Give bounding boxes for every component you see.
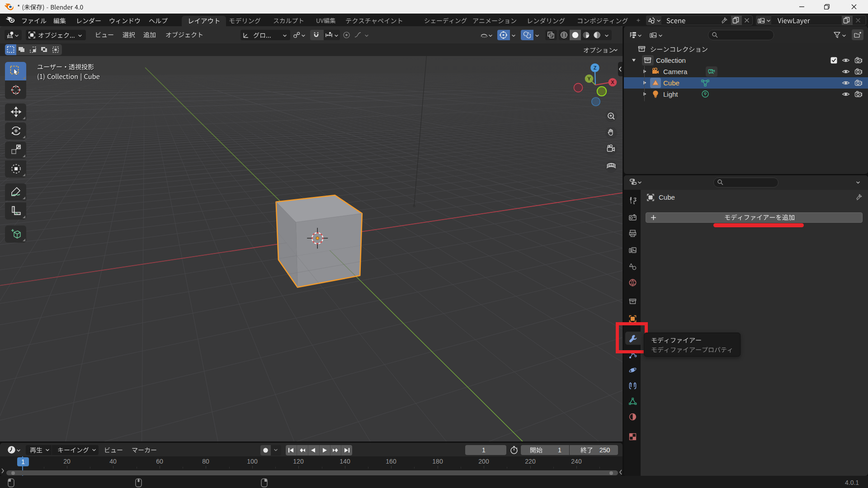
svg-text:Z: Z bbox=[594, 65, 597, 70]
svg-text:Y: Y bbox=[587, 76, 591, 81]
svg-text:X: X bbox=[611, 80, 614, 85]
